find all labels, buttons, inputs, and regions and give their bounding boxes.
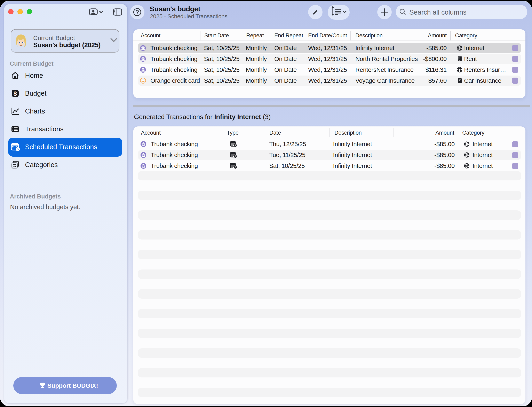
svg-text:$: $ (14, 90, 17, 97)
